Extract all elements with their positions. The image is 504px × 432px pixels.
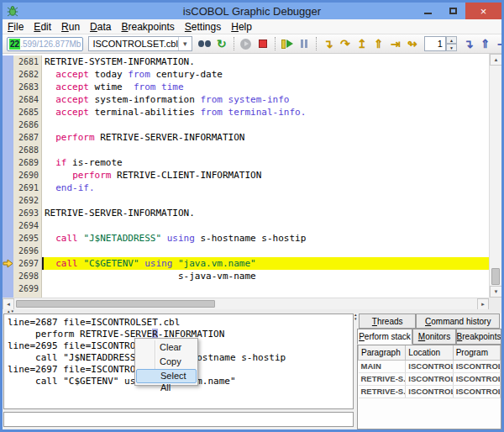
run-program-icon[interactable]: [238, 36, 255, 52]
step-into-count-icon[interactable]: ↴: [460, 36, 477, 52]
menu-bar: FileEditRunDataBreakpointsSettingsHelp: [3, 19, 501, 34]
stack-row[interactable]: MAINISCONTROL...ISCONTROL...: [359, 360, 501, 372]
breakpoint-margin[interactable]: [3, 68, 13, 81]
stack-row[interactable]: RETRIVE-S...ISCONTROL...ISCONTROL...: [359, 385, 501, 398]
stop-icon[interactable]: [255, 36, 271, 52]
code-text[interactable]: s-java-vm-name: [42, 270, 489, 282]
menu-data[interactable]: Data: [85, 19, 116, 34]
code-text[interactable]: accept terminal-abilities from terminal-…: [42, 106, 489, 119]
step-out-paragraph-icon[interactable]: ↥: [354, 36, 370, 52]
stack-cell: ISCONTROL...: [406, 385, 453, 398]
tab-perform-stack[interactable]: Perform stack: [357, 329, 412, 345]
code-text[interactable]: [42, 245, 489, 257]
find-icon[interactable]: [197, 36, 213, 52]
run-to-line-icon[interactable]: ⇥: [494, 36, 504, 52]
menu-file[interactable]: File: [3, 19, 29, 34]
stack-row[interactable]: RETRIVE-S...ISCONTROL...ISCONTROL...: [359, 372, 501, 385]
context-menu-item-select-all[interactable]: Select All: [136, 369, 197, 383]
breakpoint-margin[interactable]: [3, 270, 13, 282]
spinner-up-arrow[interactable]: ▲: [446, 36, 457, 44]
breakpoint-margin[interactable]: [3, 232, 13, 245]
code-text[interactable]: end-if.: [42, 182, 489, 194]
horizontal-scroll-thumb[interactable]: [16, 300, 215, 308]
code-text[interactable]: [42, 144, 489, 156]
breakpoint-margin[interactable]: [3, 245, 13, 257]
breakpoint-margin[interactable]: [3, 55, 13, 68]
code-text[interactable]: [42, 119, 489, 131]
breakpoint-margin[interactable]: [3, 182, 13, 194]
jump-to-line-icon[interactable]: ↬: [404, 36, 421, 52]
breakpoint-margin[interactable]: [3, 207, 13, 219]
breakpoint-margin[interactable]: [3, 169, 13, 182]
step-count-value: 1: [424, 36, 446, 51]
tab-monitors[interactable]: Monitors: [412, 329, 456, 345]
command-input[interactable]: [3, 412, 354, 427]
code-text[interactable]: perform RETRIVE-SERVER-INFORMATION: [42, 131, 489, 144]
breakpoint-margin[interactable]: [3, 257, 13, 270]
stack-column-program[interactable]: Program: [453, 345, 500, 360]
code-text[interactable]: [42, 219, 489, 232]
spinner-down-arrow[interactable]: ▼: [446, 44, 457, 51]
code-line: 2684 accept system-information from syst…: [3, 93, 489, 106]
breakpoint-margin[interactable]: [3, 106, 13, 119]
step-out-program-icon[interactable]: ⇑: [370, 36, 387, 52]
step-out-count-icon[interactable]: ⇑: [477, 36, 494, 52]
minimize-button[interactable]: [415, 3, 440, 19]
pause-icon[interactable]: [296, 36, 312, 52]
menu-breakpoints[interactable]: Breakpoints: [116, 19, 179, 34]
step-into-icon[interactable]: ↴: [320, 36, 337, 52]
vertical-scroll-thumb[interactable]: [491, 268, 500, 285]
stack-column-location[interactable]: Location: [406, 345, 453, 360]
close-button[interactable]: ×: [465, 3, 501, 19]
code-text[interactable]: RETRIVE-SYSTEM-INFORMATION.: [42, 55, 489, 68]
code-text[interactable]: accept wtime from time: [42, 81, 489, 93]
stack-column-paragraph[interactable]: Paragraph: [359, 345, 406, 360]
code-text[interactable]: call "J$NETADDRESS" using s-hostname s-h…: [42, 232, 489, 245]
breakpoint-margin[interactable]: [3, 156, 13, 169]
step-over-icon[interactable]: ↷: [337, 36, 354, 52]
memory-indicator[interactable]: 22.599/126.877Mb: [7, 37, 83, 51]
breakpoint-margin[interactable]: [3, 119, 13, 131]
code-text[interactable]: call "C$GETENV" using "java.vm.name": [42, 257, 489, 270]
code-text[interactable]: accept system-information from system-in…: [42, 93, 489, 106]
breakpoint-margin[interactable]: [3, 282, 13, 295]
file-selector[interactable]: ISCONTROLSET.cbl ▾: [88, 36, 192, 51]
reload-icon[interactable]: ↻: [213, 36, 230, 52]
step-count-spinner[interactable]: 1▲▼: [424, 36, 457, 51]
editor-horizontal-scrollbar[interactable]: ◄ ►: [3, 298, 489, 309]
breakpoint-margin[interactable]: [3, 131, 13, 144]
run-to-cursor-icon[interactable]: ⇥: [387, 36, 404, 52]
resume-icon[interactable]: [279, 36, 296, 52]
code-text[interactable]: [42, 194, 489, 207]
scroll-down-arrow[interactable]: ▼: [490, 286, 502, 298]
breakpoint-margin[interactable]: [3, 144, 13, 156]
editor-vertical-scrollbar[interactable]: ▲ ▼: [489, 54, 501, 298]
tab-breakpoints[interactable]: Breakpoints: [456, 329, 501, 345]
maximize-button[interactable]: [440, 3, 465, 19]
context-menu-item-clear[interactable]: Clear: [136, 340, 197, 355]
scroll-right-arrow[interactable]: ►: [477, 298, 489, 310]
line-number: 2692: [13, 194, 42, 207]
menu-settings[interactable]: Settings: [180, 19, 226, 34]
code-line: 2698 s-java-vm-name: [3, 270, 489, 282]
menu-run[interactable]: Run: [56, 19, 85, 34]
context-menu-item-copy[interactable]: Copy: [136, 355, 197, 369]
breakpoint-margin[interactable]: [3, 81, 13, 93]
code-text[interactable]: [42, 282, 489, 295]
chevron-down-icon[interactable]: ▾: [178, 37, 192, 50]
tab-command-history[interactable]: Command history: [416, 313, 500, 329]
code-text[interactable]: accept today from century-date: [42, 68, 489, 81]
code-text[interactable]: RETRIVE-SERVER-INFORMATION.: [42, 207, 489, 219]
code-text[interactable]: perform RETRIVE-CLIENT-INFORMATION: [42, 169, 489, 182]
tab-threads[interactable]: Threads: [359, 313, 416, 329]
title-bar[interactable]: isCOBOL Graphic Debugger ×: [3, 3, 501, 19]
breakpoint-margin[interactable]: [3, 194, 13, 207]
breakpoint-margin[interactable]: [3, 93, 13, 106]
code-text[interactable]: if is-remote: [42, 156, 489, 169]
line-number: 2696: [13, 245, 42, 257]
scroll-up-arrow[interactable]: ▲: [490, 54, 502, 66]
menu-help[interactable]: Help: [226, 19, 257, 34]
breakpoint-margin[interactable]: [3, 219, 13, 232]
line-number: 2687: [13, 131, 42, 144]
menu-edit[interactable]: Edit: [29, 19, 56, 34]
